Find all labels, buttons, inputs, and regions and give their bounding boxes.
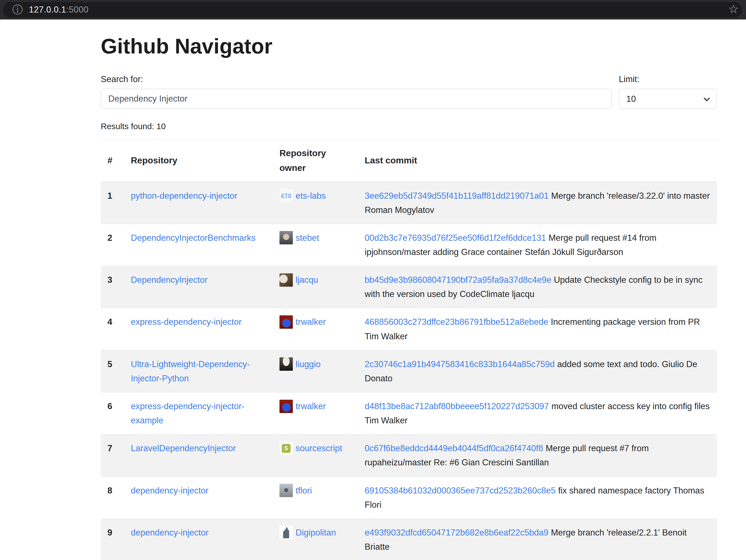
owner-cell: stebet <box>280 231 351 245</box>
repo-link[interactable]: dependency-injector <box>131 528 208 537</box>
table-row: 7 LaravelDependencyInjector S sourcescri… <box>101 435 717 476</box>
owner-avatar <box>280 231 293 244</box>
repo-link[interactable]: dependency-injector <box>131 486 208 495</box>
column-header-last-commit: Last commit <box>358 140 717 182</box>
owner-avatar <box>280 484 293 497</box>
repo-link[interactable]: LaravelDependencyInjector <box>131 443 236 453</box>
avatar-glyph: S <box>282 444 291 453</box>
owner-avatar: S <box>280 442 293 455</box>
results-table: # Repository Repository owner Last commi… <box>101 140 717 560</box>
row-index: 3 <box>101 266 124 308</box>
owner-link[interactable]: sourcescript <box>296 441 342 455</box>
repo-link[interactable]: python-dependency-injector <box>131 191 237 201</box>
owner-link[interactable]: ljacqu <box>296 273 318 287</box>
limit-label: Limit: <box>619 74 717 84</box>
info-icon[interactable]: ⓘ <box>12 4 23 15</box>
limit-column: Limit: 10 <box>619 74 717 109</box>
table-row: 1 python-dependency-injector ETS ets-lab… <box>101 182 717 224</box>
search-column: Search for: <box>101 74 611 109</box>
owner-link[interactable]: tflori <box>296 483 312 498</box>
table-row: 6 express-dependency-injector-example tr… <box>101 392 717 435</box>
commit-sha-link[interactable]: 2c30746c1a91b4947583416c833b1644a85c759d <box>365 359 555 369</box>
owner-avatar <box>280 400 293 413</box>
owner-link[interactable]: trwalker <box>296 315 326 329</box>
repo-link[interactable]: Ultra-Lightweight-Dependency-Injector-Py… <box>131 359 250 383</box>
browser-chrome: ⓘ 127.0.0.1:5000 ☆ <box>0 0 746 20</box>
commit-sha-link[interactable]: 3ee629eb5d7349d55f41b119aff81dd219071a01 <box>365 191 549 201</box>
url-text: 127.0.0.1:5000 <box>29 5 88 15</box>
commit-sha-link[interactable]: e493f9032dfcd65047172b682e8b6eaf22c5bda9 <box>365 528 548 537</box>
results-summary: Results found: 10 <box>101 122 717 131</box>
owner-link[interactable]: Digipolitan <box>296 526 336 540</box>
table-row: 9 dependency-injector Digipolitan e493f9… <box>101 519 717 560</box>
search-row: Search for: Limit: 10 <box>101 74 717 109</box>
owner-link[interactable]: liuggio <box>296 357 321 371</box>
repo-link[interactable]: express-dependency-injector-example <box>131 401 245 425</box>
repo-link[interactable]: express-dependency-injector <box>131 317 241 327</box>
owner-cell: liuggio <box>280 357 351 371</box>
owner-avatar <box>280 315 293 329</box>
owner-link[interactable]: ets-labs <box>296 189 326 203</box>
avatar-glyph: ETS <box>281 191 291 200</box>
page-title: Github Navigator <box>101 34 717 58</box>
commit-sha-link[interactable]: 00d2b3c7e76935d76f25ee50f6d1f2ef6ddce131 <box>365 233 546 243</box>
owner-cell: trwalker <box>280 315 351 329</box>
row-index: 5 <box>101 350 124 392</box>
column-header-owner: Repository owner <box>273 140 358 182</box>
search-label: Search for: <box>101 74 611 84</box>
table-row: 3 DependencyInjector ljacqu bb45d9e3b986… <box>101 266 717 308</box>
commit-sha-link[interactable]: 69105384b61032d000365ee737cd2523b260c8e5 <box>365 486 555 495</box>
owner-avatar <box>280 273 293 287</box>
table-head: # Repository Repository owner Last commi… <box>101 140 717 182</box>
row-index: 2 <box>101 224 124 266</box>
commit-sha-link[interactable]: bb45d9e3b98608047190bf72a95fa9a37d8c4e9e <box>365 275 551 285</box>
commit-sha-link[interactable]: d48f13be8ac712abf80bbeeee5f120227d253097 <box>365 401 549 411</box>
column-header-index: # <box>101 140 124 182</box>
owner-link[interactable]: stebet <box>296 231 319 245</box>
owner-avatar <box>280 357 293 371</box>
owner-cell: trwalker <box>280 399 351 413</box>
owner-cell: tflori <box>280 483 351 498</box>
row-index: 9 <box>101 519 124 560</box>
row-index: 1 <box>101 182 124 224</box>
table-row: 8 dependency-injector tflori 69105384b61… <box>101 476 717 519</box>
owner-cell: Digipolitan <box>280 526 351 540</box>
url-port: :5000 <box>66 5 88 14</box>
repo-link[interactable]: DependencyInjectorBenchmarks <box>131 233 256 243</box>
owner-cell: ETS ets-labs <box>280 189 351 203</box>
owner-link[interactable]: trwalker <box>296 399 326 413</box>
table-body: 1 python-dependency-injector ETS ets-lab… <box>101 182 717 560</box>
row-index: 7 <box>101 435 124 476</box>
table-header-row: # Repository Repository owner Last commi… <box>101 140 717 182</box>
owner-avatar: ETS <box>280 189 293 202</box>
repo-link[interactable]: DependencyInjector <box>131 275 208 285</box>
owner-cell: S sourcescript <box>280 441 351 455</box>
row-index: 4 <box>101 308 124 350</box>
url-bar[interactable]: ⓘ 127.0.0.1:5000 <box>3 2 742 18</box>
url-host: 127.0.0.1 <box>29 5 66 14</box>
search-input[interactable] <box>101 89 611 109</box>
page-content: Github Navigator Search for: Limit: 10 R… <box>0 20 746 560</box>
limit-select-wrap: 10 <box>619 89 717 109</box>
commit-sha-link[interactable]: 468856003c273dffce23b86791fbbe512a8ebede <box>365 317 548 327</box>
commit-sha-link[interactable]: 0c67f6be8eddcd4449eb4044f5df0ca26f4740f8 <box>365 443 543 453</box>
table-row: 5 Ultra-Lightweight-Dependency-Injector-… <box>101 350 717 392</box>
row-index: 6 <box>101 392 124 435</box>
avatar-glyph <box>281 527 291 538</box>
table-row: 4 express-dependency-injector trwalker 4… <box>101 308 717 350</box>
column-header-repository: Repository <box>124 140 273 182</box>
owner-cell: ljacqu <box>280 273 351 287</box>
limit-select[interactable]: 10 <box>619 89 717 109</box>
owner-avatar <box>280 526 293 539</box>
row-index: 8 <box>101 476 124 519</box>
star-icon[interactable]: ☆ <box>728 2 739 16</box>
table-row: 2 DependencyInjectorBenchmarks stebet 00… <box>101 224 717 266</box>
